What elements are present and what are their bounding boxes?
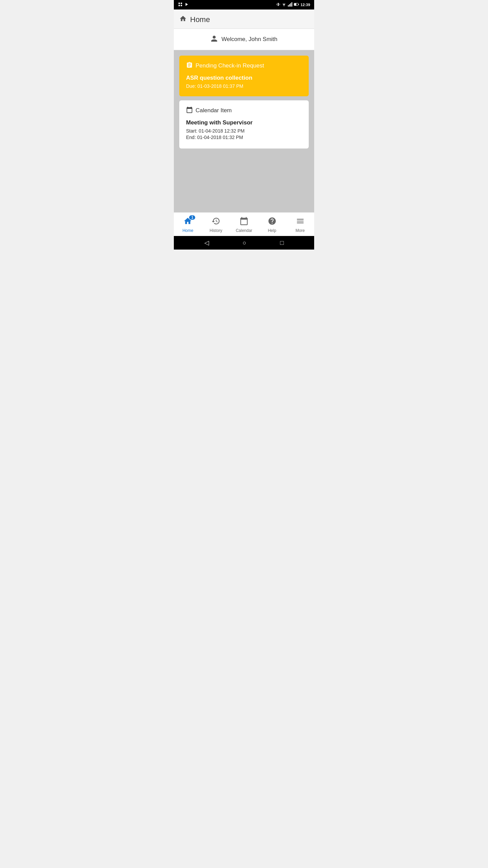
welcome-text: Welcome, John Smith bbox=[221, 36, 277, 43]
pending-card-header: Pending Check-in Request bbox=[186, 62, 302, 70]
system-nav-bar: ◁ ○ □ bbox=[174, 236, 314, 250]
recent-button[interactable]: □ bbox=[280, 239, 284, 246]
nav-label-home: Home bbox=[182, 228, 193, 233]
back-button[interactable]: ◁ bbox=[204, 239, 209, 246]
calendar-card-title: Calendar Item bbox=[196, 107, 232, 114]
svg-rect-12 bbox=[291, 2, 292, 7]
svg-rect-1 bbox=[181, 3, 182, 4]
battery-icon bbox=[294, 3, 299, 7]
calendar-item-card[interactable]: Calendar Item Meeting with Supervisor St… bbox=[179, 100, 309, 149]
svg-marker-4 bbox=[186, 3, 188, 6]
status-bar-left-icons bbox=[178, 2, 189, 7]
more-nav-icon bbox=[296, 217, 305, 227]
wifi-icon bbox=[282, 3, 286, 7]
calendar-icon bbox=[186, 106, 193, 115]
play-icon bbox=[185, 2, 189, 7]
nav-item-help[interactable]: Help bbox=[258, 217, 286, 233]
welcome-bar: Welcome, John Smith bbox=[174, 29, 314, 50]
signal-icon bbox=[288, 2, 292, 7]
home-button[interactable]: ○ bbox=[243, 239, 246, 246]
help-nav-icon bbox=[268, 217, 277, 227]
svg-rect-3 bbox=[181, 5, 182, 6]
home-badge: 1 bbox=[189, 215, 195, 220]
nav-label-calendar: Calendar bbox=[236, 228, 252, 233]
nav-item-history[interactable]: History bbox=[202, 217, 230, 233]
svg-rect-0 bbox=[179, 3, 180, 4]
pending-checkin-card[interactable]: Pending Check-in Request ASR question co… bbox=[179, 56, 309, 96]
pending-item-due: Due: 01-03-2018 01:37 PM bbox=[186, 83, 302, 89]
nav-item-calendar[interactable]: Calendar bbox=[230, 217, 258, 233]
calendar-item-name: Meeting with Supervisor bbox=[186, 119, 302, 126]
nav-label-more: More bbox=[296, 228, 305, 233]
svg-rect-14 bbox=[298, 4, 299, 5]
svg-rect-9 bbox=[288, 5, 288, 6]
nav-item-home[interactable]: 1 Home bbox=[174, 217, 202, 233]
clipboard-icon bbox=[186, 62, 193, 70]
page-title: Home bbox=[190, 15, 210, 24]
svg-rect-10 bbox=[289, 4, 290, 6]
header: Home bbox=[174, 9, 314, 29]
svg-point-8 bbox=[284, 5, 284, 6]
svg-rect-11 bbox=[290, 3, 291, 7]
svg-rect-2 bbox=[179, 5, 180, 6]
status-bar-right-icons: 12:39 bbox=[276, 2, 310, 7]
status-bar: 12:39 bbox=[174, 0, 314, 9]
svg-rect-6 bbox=[277, 4, 277, 5]
pending-item-name: ASR question collection bbox=[186, 75, 302, 81]
calendar-nav-icon bbox=[240, 217, 248, 227]
vibrate-icon bbox=[276, 2, 280, 7]
time-display: 12:39 bbox=[301, 3, 310, 7]
gallery-icon bbox=[178, 2, 183, 7]
person-icon bbox=[210, 35, 218, 44]
calendar-item-start: Start: 01-04-2018 12:32 PM bbox=[186, 128, 302, 134]
bottom-nav: 1 Home History Calendar Help More bbox=[174, 212, 314, 236]
nav-item-more[interactable]: More bbox=[286, 217, 314, 233]
main-content: Pending Check-in Request ASR question co… bbox=[174, 50, 314, 212]
home-icon-header bbox=[179, 15, 187, 24]
calendar-item-end: End: 01-04-2018 01:32 PM bbox=[186, 135, 302, 140]
svg-rect-7 bbox=[280, 4, 280, 5]
svg-rect-5 bbox=[278, 3, 279, 6]
history-nav-icon bbox=[211, 217, 220, 227]
calendar-card-header: Calendar Item bbox=[186, 106, 302, 115]
nav-label-history: History bbox=[210, 228, 222, 233]
pending-card-title: Pending Check-in Request bbox=[196, 62, 264, 69]
svg-rect-15 bbox=[294, 3, 296, 5]
nav-label-help: Help bbox=[268, 228, 276, 233]
